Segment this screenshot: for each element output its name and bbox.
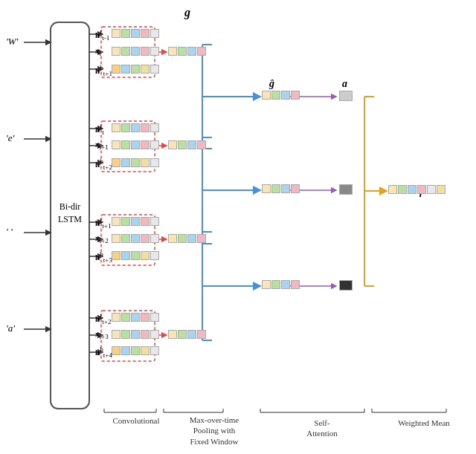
cell-block-hb3 (112, 251, 159, 260)
hf-label-1: hft-1 (95, 28, 109, 42)
pool-label: Max-over-timePooling withFixed Window (184, 415, 244, 447)
cell-block-hb1 (112, 65, 159, 74)
cell-block-hf4 (112, 313, 159, 322)
g-block-1 (168, 47, 206, 56)
lstm-label: Bi-dirLSTM (54, 201, 86, 226)
hb-label-2: hbt+2 (95, 158, 112, 171)
xt-label-1: xt (95, 46, 101, 57)
cell-block-hb2 (112, 158, 159, 167)
conv-label: Convolutional (110, 416, 162, 425)
hf-label-4: hft+2 (95, 312, 111, 325)
g-block-4 (168, 330, 206, 339)
cell-block-xt4 (112, 330, 159, 339)
g-hat-block-2 (262, 184, 300, 193)
hb-label-1: hbt+1 (95, 64, 112, 77)
input-label-space: ' ' (6, 226, 13, 238)
diagram-svg (0, 0, 476, 454)
cell-block-xt2 (112, 140, 159, 149)
cell-block-hf1 (112, 29, 159, 38)
xt-label-2: xt+1 (95, 140, 109, 151)
g-hat-block-1 (262, 91, 300, 100)
diagram: 'W' 'e' ' ' 'a' Bi-dirLSTM hft-1 xt hbt+… (0, 0, 476, 454)
a-block-2 (339, 184, 353, 195)
xt-label-4: xt+3 (95, 329, 109, 340)
a-label: a (342, 78, 347, 90)
cell-block-hf3 (112, 217, 159, 226)
hf-label-2: hft (95, 123, 104, 136)
input-label-a: 'a' (6, 322, 15, 334)
hf-label-3: hft+1 (95, 216, 111, 230)
g-block-3 (168, 234, 206, 243)
a-block-1 (339, 91, 353, 101)
g-hat-block-3 (262, 280, 300, 289)
g-label: g (184, 6, 190, 19)
cell-block-xt3 (112, 234, 159, 243)
hb-label-3: hbt+3 (95, 250, 112, 264)
input-label-e: 'e' (6, 132, 14, 144)
hb-label-4: hbt+4 (95, 346, 112, 359)
cell-block-hf2 (112, 123, 159, 132)
xt-label-3: xt+2 (95, 233, 109, 244)
f-block (388, 185, 446, 194)
cell-block-xt1 (112, 47, 159, 56)
g-hat-label: ĝ (269, 78, 274, 90)
g-block-2 (168, 140, 206, 149)
weighted-mean-label: Weighted Mean (394, 418, 454, 428)
input-label-w: 'W' (6, 36, 18, 48)
a-block-3 (339, 280, 353, 291)
cell-block-hb4 (112, 346, 159, 355)
self-att-label: Self-Attention (292, 418, 352, 439)
